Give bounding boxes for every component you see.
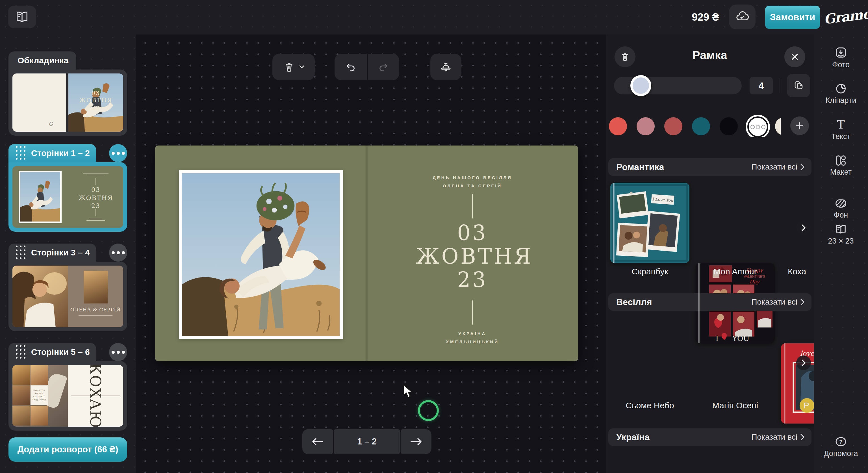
- section-ukraine-header: Україна Показати всі: [608, 428, 811, 446]
- remove-frame-button[interactable]: [615, 46, 636, 67]
- tool-text[interactable]: T Текст: [814, 118, 868, 141]
- svg-text:?: ?: [839, 439, 843, 445]
- spread-5-6-menu-button[interactable]: [109, 343, 127, 361]
- panel-title: Рамка: [653, 49, 766, 62]
- swatch-black[interactable]: [720, 117, 738, 135]
- wedding-show-all-link[interactable]: Показати всі: [751, 297, 811, 307]
- spread-header-line2: ОЛЕНА ТА СЕРГІЙ: [416, 182, 529, 190]
- next-spread-button[interactable]: [401, 429, 431, 454]
- tool-photo[interactable]: Фото: [814, 46, 868, 69]
- drag-handle-icon[interactable]: [16, 345, 26, 359]
- trash-icon: [619, 51, 631, 62]
- close-icon: [790, 53, 799, 61]
- spread-1-2-thumbnail: 03ЖОВТНЯ23: [12, 166, 123, 228]
- cover-card-label: Обкладинка: [8, 56, 68, 65]
- cloud-save-button[interactable]: [729, 4, 755, 29]
- spread-header-line1: ДЕНЬ НАШОГО ВЕСІЛЛЯ: [416, 174, 529, 182]
- chevron-down-icon: [299, 65, 305, 69]
- tool-layout[interactable]: Макет: [814, 153, 868, 177]
- romance-show-all-link[interactable]: Показати всі: [751, 162, 811, 171]
- template-magia-oseni-label: Магія Осені: [695, 401, 775, 410]
- my-books-button[interactable]: [8, 6, 36, 28]
- page-spread[interactable]: ДЕНЬ НАШОГО ВЕСІЛЛЯ ОЛЕНА ТА СЕРГІЙ 03ЖО…: [155, 146, 578, 361]
- dots-menu-icon: [112, 251, 115, 254]
- gramofon-logo: Gramofon: [823, 3, 868, 27]
- arrow-left-icon: [311, 437, 324, 446]
- cover-back-page: G: [12, 73, 66, 132]
- cover-card-body: G: [8, 69, 127, 136]
- template-kohannya[interactable]: love is...: [781, 343, 814, 423]
- spread-1-2-card[interactable]: Сторінки 1 – 2: [8, 144, 127, 232]
- plus-icon: [795, 122, 804, 130]
- order-button[interactable]: Замовити: [765, 6, 820, 29]
- svg-text:I: I: [716, 334, 718, 343]
- cloud-check-icon: [735, 9, 750, 25]
- spread-5-6-body: ПОЧАТОК НАШОЇ СПІЛЬНОЇ ПОДОРОЖІ КОХАЮ: [8, 361, 127, 431]
- romance-scroll-next-button[interactable]: [796, 220, 811, 235]
- chevron-right-icon: [800, 298, 805, 306]
- spread-footer-line2: ХМЕЛЬНИЦЬКИЙ: [416, 338, 529, 346]
- spread-5-6-card[interactable]: Сторінки 5 – 6 ПОЧАТОК НАШОЇ СПІЛЬНОЇ ПО…: [8, 343, 127, 431]
- section-ukraine-title: Україна: [608, 432, 650, 442]
- section-wedding-header: Весілля Показати всі: [608, 293, 811, 311]
- spread-5-6-thumbnail: ПОЧАТОК НАШОЇ СПІЛЬНОЇ ПОДОРОЖІ КОХАЮ: [12, 365, 123, 427]
- title-text-block[interactable]: ДЕНЬ НАШОГО ВЕСІЛЛЯ ОЛЕНА ТА СЕРГІЙ 03ЖО…: [416, 146, 529, 361]
- help-button[interactable]: ? Допомога: [814, 434, 868, 458]
- frame-width-value[interactable]: 4: [750, 77, 773, 94]
- delete-spread-button[interactable]: [272, 54, 315, 80]
- section-romance-header: Романтика Показати всі: [608, 158, 811, 176]
- swatch-mauve[interactable]: [637, 117, 655, 135]
- ornament-line-top: [472, 194, 473, 218]
- drag-handle-icon[interactable]: [16, 146, 26, 160]
- add-spread-button[interactable]: Додати розворот (66 ₴): [8, 437, 127, 462]
- divider: [824, 219, 858, 219]
- template-wedding-partial-label: Р: [781, 401, 814, 410]
- tool-background[interactable]: Фон: [814, 196, 868, 220]
- mouse-cursor: [402, 384, 415, 399]
- chevron-right-icon: [801, 224, 806, 231]
- copy-style-button[interactable]: [787, 74, 810, 97]
- chevron-right-icon: [801, 359, 806, 367]
- drag-handle-icon[interactable]: [16, 246, 26, 260]
- spread-3-4-menu-button[interactable]: [109, 244, 127, 262]
- spread-3-4-card[interactable]: Сторінки 3 – 4: [8, 244, 127, 331]
- add-color-button[interactable]: [790, 117, 809, 135]
- spread-3-4-body: ОЛЕНА & СЕРГІЙ: [8, 262, 127, 331]
- tool-cliparts[interactable]: Кліпарти: [814, 82, 868, 105]
- swatch-cream[interactable]: [775, 117, 781, 135]
- svg-text:YOU: YOU: [732, 334, 749, 343]
- frame-width-slider[interactable]: [614, 77, 742, 94]
- help-icon: ?: [814, 434, 868, 449]
- swatch-white-selected[interactable]: [747, 117, 768, 137]
- close-panel-button[interactable]: [784, 46, 805, 67]
- chevron-right-icon: [800, 163, 805, 171]
- template-scrapbook[interactable]: I Love You: [610, 183, 689, 263]
- template-scrapbook-label: Скрапбук: [610, 267, 689, 276]
- cart-total: 929 ₴: [675, 11, 719, 23]
- swatch-teal[interactable]: [692, 117, 710, 135]
- cover-card[interactable]: Обкладинка G: [8, 52, 127, 136]
- spread-1-2-menu-button[interactable]: [109, 144, 127, 162]
- chevron-right-icon: [800, 434, 805, 441]
- wedding-scroll-next-button[interactable]: [796, 355, 811, 370]
- swatch-coral[interactable]: [609, 117, 627, 135]
- preview-button[interactable]: [430, 54, 461, 80]
- vertical-title-text: КОХАЮ: [87, 365, 104, 427]
- undo-button[interactable]: [335, 54, 367, 80]
- redo-button[interactable]: [368, 54, 399, 80]
- swatch-brick[interactable]: [664, 117, 682, 135]
- photo-frame[interactable]: [179, 170, 343, 339]
- ukraine-show-all-link[interactable]: Показати всі: [751, 433, 811, 442]
- spread-3-4-label: Сторінки 3 – 4: [31, 248, 90, 257]
- divider: [780, 78, 780, 93]
- slider-knob[interactable]: [630, 75, 651, 96]
- photo-import-icon: [814, 46, 868, 60]
- spread-date: 03ЖОВТНЯ23: [416, 221, 529, 292]
- cover-thumbnail: G: [12, 73, 123, 132]
- section-wedding-title: Весілля: [608, 297, 652, 308]
- prev-spread-button[interactable]: [302, 429, 333, 454]
- cover-front-page: 03ЖОВТНЯ23: [68, 73, 123, 132]
- thumb-date-text: 03ЖОВТНЯ23: [70, 186, 121, 210]
- tools-strip: Фото Кліпарти T Текст: [814, 34, 868, 473]
- tool-book-size[interactable]: 23 × 23: [814, 222, 868, 246]
